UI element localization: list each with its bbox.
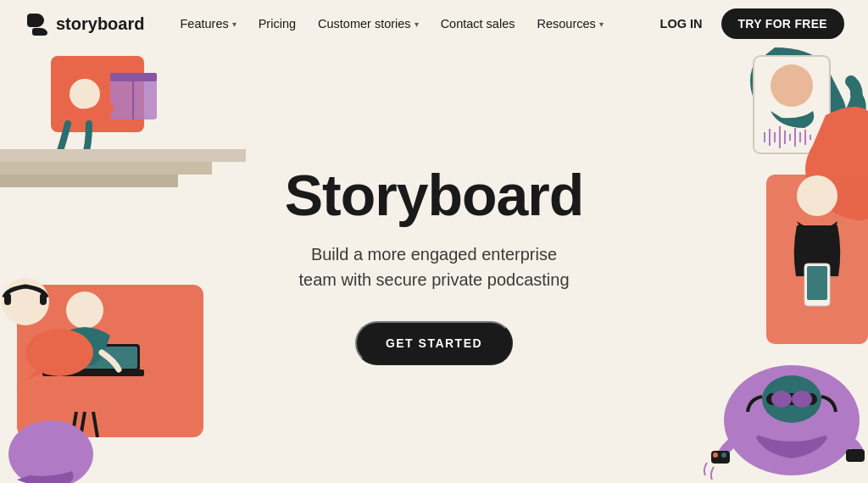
- hero-subtitle: Build a more engaged enterprise team wit…: [298, 242, 569, 292]
- nav-contact-sales[interactable]: Contact sales: [432, 12, 524, 36]
- hero-section: Storyboard Build a more engaged enterpri…: [0, 47, 868, 483]
- chevron-down-icon: ▾: [232, 19, 236, 29]
- nav-pricing[interactable]: Pricing: [250, 12, 304, 36]
- navigation: storyboard Features ▾ Pricing Customer s…: [0, 0, 868, 47]
- login-button[interactable]: LOG IN: [652, 12, 711, 36]
- chevron-down-icon: ▾: [599, 19, 604, 29]
- try-for-free-button[interactable]: TRY FOR FREE: [721, 8, 845, 39]
- get-started-button[interactable]: GET STARTED: [355, 321, 513, 365]
- chevron-down-icon: ▾: [415, 19, 419, 29]
- nav-resources[interactable]: Resources ▾: [528, 12, 611, 36]
- nav-features[interactable]: Features ▾: [171, 12, 244, 36]
- nav-customer-stories[interactable]: Customer stories ▾: [309, 12, 427, 36]
- nav-links: Features ▾ Pricing Customer stories ▾ Co…: [171, 12, 651, 36]
- nav-right: LOG IN TRY FOR FREE: [652, 8, 844, 39]
- logo[interactable]: storyboard: [24, 10, 144, 37]
- hero-title: Storyboard: [285, 165, 584, 225]
